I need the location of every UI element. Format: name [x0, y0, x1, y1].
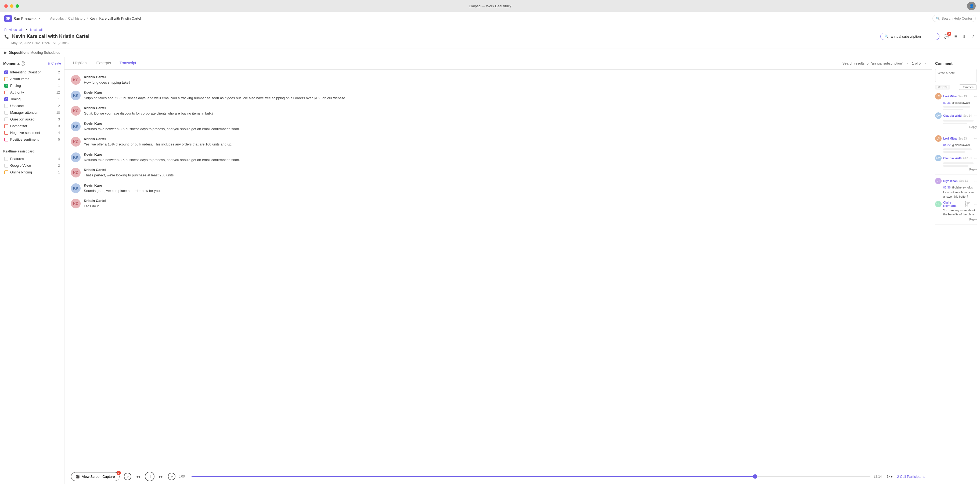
realtime-checkbox-pricing: [4, 171, 8, 174]
comment-text-3: I am not sure how I can answer this bett…: [943, 190, 977, 199]
user-avatar[interactable]: 👤: [967, 2, 976, 10]
disposition-value: Meeting Scheduled: [30, 51, 60, 54]
more-options-icon-1b[interactable]: ···: [974, 114, 977, 118]
call-title-row: 📞 Kevin Kare call with Kristin Cartel 🔍 …: [4, 33, 976, 40]
close-button[interactable]: [4, 4, 8, 8]
play-icon: ▶: [4, 51, 7, 54]
realtime-features[interactable]: Features 4: [3, 155, 61, 162]
comment-username-lori-1: Lori Mitra: [943, 95, 957, 98]
create-moment-button[interactable]: ⊕ Create: [48, 62, 61, 65]
moment-count-negative: 4: [58, 131, 60, 135]
moment-timing[interactable]: ✓ Timing 1: [3, 96, 61, 102]
moment-authority[interactable]: Authority 12: [3, 89, 61, 96]
skip-back-15-button[interactable]: ↺15: [124, 473, 131, 480]
comment-placeholder-1a: [943, 106, 970, 107]
skip-forward-15-button[interactable]: ↻15: [168, 473, 175, 480]
call-meta: May 12, 2022 12:02–12:24 EST (22min): [11, 41, 976, 45]
camera-icon: 🎥: [75, 474, 80, 479]
tab-excerpts[interactable]: Excerpts: [92, 57, 115, 69]
comment-username-claudia-2: Claudia Walti: [943, 157, 962, 160]
reply-link-2[interactable]: Reply: [935, 168, 977, 171]
more-options-icon-2a[interactable]: ···: [974, 137, 977, 141]
more-options-icon-3a[interactable]: ···: [974, 179, 977, 183]
moments-help-icon[interactable]: ?: [21, 61, 25, 65]
speed-selector[interactable]: 1x ▾: [886, 474, 893, 479]
moment-negative-sentiment[interactable]: Negative sentiment 4: [3, 129, 61, 136]
comment-user-row-3a: DK Diya Khan Sep 13 ···: [935, 178, 977, 184]
tab-highlight[interactable]: Highlight: [69, 57, 92, 69]
comment-link-3[interactable]: 02:36: [943, 186, 951, 189]
comment-placeholder-1d: [943, 123, 967, 124]
comment-input[interactable]: [937, 71, 974, 79]
moment-positive-sentiment[interactable]: Positive sentiment 5: [3, 136, 61, 143]
realtime-checkbox-google: [4, 164, 8, 168]
moment-manager-attention[interactable]: Manager attention 18: [3, 109, 61, 116]
comment-username-claire: Claire Reynolds: [943, 201, 963, 207]
search-bar-main[interactable]: 🔍: [880, 33, 939, 40]
realtime-online-pricing[interactable]: Online Pricing 1: [3, 169, 61, 176]
breadcrumb-call-history[interactable]: Call history: [68, 16, 85, 21]
skip-to-end-button[interactable]: ⏭: [158, 473, 165, 481]
search-prev-button[interactable]: ‹: [905, 61, 910, 66]
search-help-input[interactable]: 🔍 Search Help Center: [932, 15, 976, 22]
download-icon-button[interactable]: ⬇: [961, 33, 967, 40]
reply-link-1[interactable]: Reply: [935, 125, 977, 129]
moment-count-action: 4: [58, 77, 60, 81]
comment-input-area[interactable]: [935, 69, 977, 82]
msg-text-5: Yes, we offer a 15% discount for bulk or…: [84, 142, 925, 147]
comment-user-row-2a: LM Lori Mitra Sep 23 ···: [935, 135, 977, 142]
minimize-button[interactable]: [10, 4, 13, 8]
chevron-down-icon: ▾: [39, 17, 40, 20]
moment-pricing[interactable]: ✓ Pricing 1: [3, 82, 61, 89]
realtime-label-features: Features: [10, 157, 57, 161]
search-next-button[interactable]: ›: [923, 61, 928, 66]
participants-button[interactable]: 2 Call Participants: [897, 474, 925, 479]
msg-text-2: Shipping takes about 3-5 business days, …: [84, 96, 925, 101]
plus-icon: ⊕: [48, 62, 50, 65]
moment-interesting-question[interactable]: ✓ Interesting Question 2: [3, 69, 61, 75]
msg-text-4: Refunds take between 3-5 business days t…: [84, 126, 925, 132]
moment-checkbox-action: [4, 77, 8, 81]
comment-username-claudia-1: Claudia Walti: [943, 114, 962, 117]
skip-to-start-button[interactable]: ⏮: [135, 473, 142, 481]
previous-call-link[interactable]: Previous call: [4, 28, 22, 32]
moment-label-pricing: Pricing: [10, 84, 57, 88]
search-main-input[interactable]: [891, 34, 931, 38]
comment-time-row: 00:00:00 Comment: [935, 85, 977, 90]
comment-link-1[interactable]: 02:36: [943, 101, 951, 104]
moment-label-competitor: Competitor: [10, 124, 57, 128]
view-screen-capture-label: View Screen Capture: [82, 474, 115, 479]
workspace-selector[interactable]: SF San Francisco ▾: [4, 15, 40, 22]
moment-question-asked[interactable]: Question asked 3: [3, 116, 61, 123]
breadcrumb-aerolabs[interactable]: Aerolabs: [50, 16, 64, 21]
msg-content-7: Kristin Cartel That's perfect, we're loo…: [84, 168, 925, 178]
search-icon: 🔍: [936, 17, 940, 21]
comment-body-3b: You can say more about the benefits of t…: [935, 208, 977, 217]
comment-link-2[interactable]: 04:22: [943, 143, 951, 147]
comment-placeholder-2c: [943, 162, 974, 164]
reply-link-3[interactable]: Reply: [935, 218, 977, 221]
share-icon-button[interactable]: ↗: [970, 33, 976, 40]
realtime-google-voice[interactable]: Google Voice 2: [3, 162, 61, 169]
speed-chevron-icon: ▾: [891, 474, 893, 479]
tab-transcript[interactable]: Transcript: [115, 57, 140, 69]
moment-action-items[interactable]: Action items 4: [3, 75, 61, 82]
comment-submit-button[interactable]: Comment: [959, 85, 977, 90]
progress-fill: [191, 476, 755, 477]
next-call-link[interactable]: Next call: [30, 28, 43, 32]
comment-body-2b: [935, 162, 977, 167]
chat-icon-button[interactable]: 💬 2: [943, 33, 950, 40]
fullscreen-button[interactable]: [16, 4, 19, 8]
more-options-icon-3b[interactable]: ···: [974, 202, 977, 206]
moment-count-manager: 18: [56, 111, 60, 115]
view-screen-capture-button[interactable]: 🎥 View Screen Capture 2: [71, 472, 119, 481]
moment-usecase[interactable]: Usecase 2: [3, 102, 61, 109]
moment-competitor[interactable]: Competitor 3: [3, 123, 61, 129]
more-options-icon-2b[interactable]: ···: [974, 156, 977, 160]
list-icon-button[interactable]: ≡: [953, 33, 958, 40]
more-options-icon[interactable]: ···: [974, 94, 977, 98]
pause-button[interactable]: ⏸: [145, 472, 154, 481]
progress-track[interactable]: [191, 476, 871, 477]
comment-date-claudia-2: Sep 24: [963, 157, 972, 160]
progress-thumb[interactable]: [753, 474, 757, 479]
